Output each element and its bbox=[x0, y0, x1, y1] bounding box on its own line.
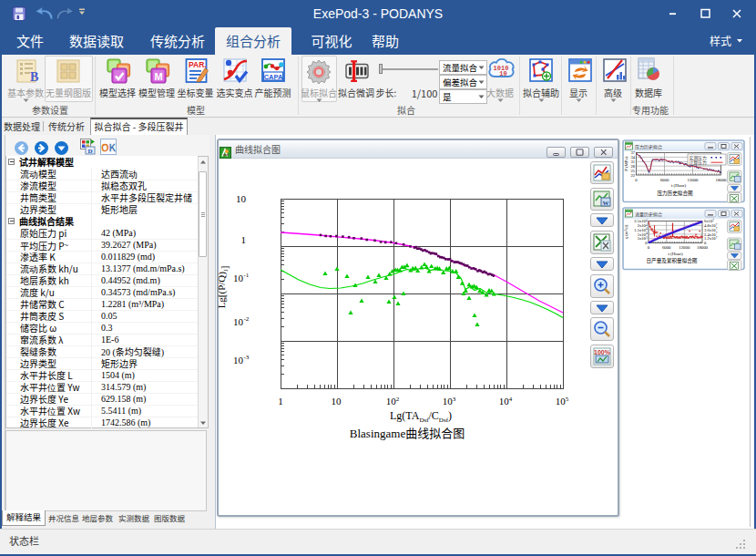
svg-text:Lg(TADsf/CDsf): Lg(TADsf/CDsf) bbox=[390, 409, 452, 424]
svg-text:M: M bbox=[154, 71, 162, 82]
svg-text:12000: 12000 bbox=[688, 178, 700, 182]
svg-text:B: B bbox=[30, 70, 38, 84]
svg-text:t (Hour): t (Hour) bbox=[671, 183, 687, 188]
svg-text:计算压力: 计算压力 bbox=[690, 159, 707, 166]
svg-text:12000: 12000 bbox=[679, 245, 690, 250]
svg-text:6000: 6000 bbox=[660, 178, 669, 182]
svg-text:1: 1 bbox=[278, 396, 283, 407]
svg-text:10: 10 bbox=[236, 193, 247, 204]
svg-text:-3: -3 bbox=[244, 354, 250, 361]
svg-text:6000: 6000 bbox=[662, 245, 671, 250]
svg-text:日产量及累积量拟合图: 日产量及累积量拟合图 bbox=[647, 257, 698, 264]
svg-text:104: 104 bbox=[499, 396, 513, 407]
svg-text:Blasingame曲线拟合图: Blasingame曲线拟合图 bbox=[350, 424, 465, 441]
svg-text:P (MPa): P (MPa) bbox=[624, 156, 628, 170]
svg-text:PAR.: PAR. bbox=[189, 60, 207, 69]
svg-text:流量历史拟合: 流量历史拟合 bbox=[635, 211, 662, 218]
svg-text:10: 10 bbox=[233, 273, 244, 283]
svg-text:CAPA: CAPA bbox=[264, 73, 283, 81]
svg-text:102: 102 bbox=[386, 396, 400, 407]
svg-text:103: 103 bbox=[443, 396, 456, 407]
svg-text:压力历史拟合图: 压力历史拟合图 bbox=[657, 190, 693, 197]
svg-text:10: 10 bbox=[233, 316, 244, 327]
svg-text:q (m³/d): q (m³/d) bbox=[624, 224, 628, 239]
svg-text:100%: 100% bbox=[594, 349, 611, 355]
svg-text:10: 10 bbox=[332, 396, 342, 407]
svg-text:10: 10 bbox=[233, 355, 244, 366]
svg-text:压力历史拟合: 压力历史拟合 bbox=[635, 143, 662, 150]
svg-text:-2: -2 bbox=[244, 315, 250, 323]
svg-text:-1: -1 bbox=[244, 272, 250, 279]
svg-text:W: W bbox=[603, 200, 609, 207]
svg-text:18000: 18000 bbox=[697, 245, 709, 250]
svg-text:D: D bbox=[87, 148, 92, 155]
svg-text:Lg[(P/Q)J]: Lg[(P/Q)J] bbox=[217, 266, 230, 309]
svg-text:105: 105 bbox=[556, 396, 569, 407]
svg-text:1: 1 bbox=[241, 234, 247, 245]
svg-text:18000: 18000 bbox=[716, 178, 728, 182]
svg-text:10: 10 bbox=[499, 70, 506, 77]
svg-text:t (Hour): t (Hour) bbox=[668, 252, 683, 256]
